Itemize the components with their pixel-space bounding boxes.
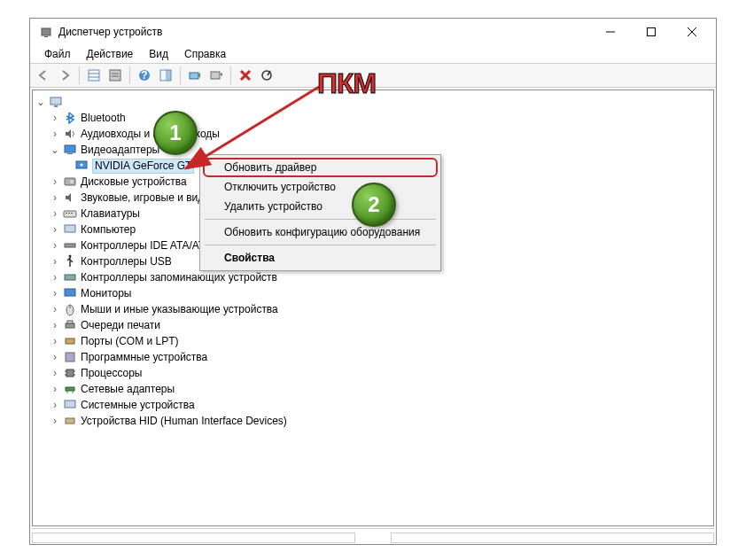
tree-label[interactable]: Bluetooth [81, 112, 126, 124]
show-tree-button[interactable] [84, 66, 104, 85]
svg-text:?: ? [141, 69, 147, 82]
annotation-label-pkm: ПКМ [317, 67, 376, 100]
svg-rect-1 [44, 36, 48, 37]
maximize-button[interactable] [631, 19, 672, 45]
expand-icon[interactable]: › [49, 128, 61, 140]
svg-rect-17 [211, 72, 220, 79]
tree-label[interactable]: Очереди печати [81, 319, 160, 331]
svg-rect-36 [65, 275, 75, 280]
back-button[interactable] [34, 66, 53, 85]
port-icon [63, 334, 77, 348]
separator [205, 245, 436, 245]
svg-rect-15 [166, 70, 171, 81]
expand-icon[interactable]: › [49, 255, 61, 268]
svg-rect-6 [89, 70, 99, 81]
selected-device[interactable]: NVIDIA GeForce GT [92, 159, 194, 174]
expand-icon[interactable]: › [49, 383, 61, 395]
expand-icon[interactable]: › [49, 191, 61, 204]
disable-button[interactable] [257, 66, 276, 85]
expand-icon[interactable]: › [49, 335, 61, 347]
ctx-disable-device[interactable]: Отключить устройство [203, 177, 438, 197]
window-title: Диспетчер устройств [58, 26, 590, 38]
svg-rect-31 [68, 213, 70, 214]
properties-button[interactable] [105, 66, 125, 85]
tree-label[interactable]: Устройства HID (Human Interface Devices) [81, 415, 287, 427]
svg-rect-24 [67, 153, 73, 154]
ctx-update-driver[interactable]: Обновить драйвер [203, 158, 438, 177]
update-driver-button[interactable] [185, 66, 205, 85]
menu-view[interactable]: Вид [142, 46, 175, 62]
ctx-remove-device[interactable]: Удалить устройство [203, 197, 438, 216]
svg-rect-33 [65, 225, 75, 232]
remove-button[interactable] [236, 66, 255, 85]
expand-icon[interactable]: › [49, 207, 61, 220]
printer-icon [63, 318, 77, 332]
context-menu: Обновить драйвер Отключить устройство Уд… [199, 154, 441, 271]
tree-label[interactable]: Контроллеры USB [81, 255, 172, 268]
expand-icon[interactable]: › [49, 415, 61, 427]
usb-icon [63, 254, 77, 268]
titlebar[interactable]: Диспетчер устройств [30, 19, 716, 45]
svg-rect-0 [42, 28, 51, 35]
expand-icon[interactable]: › [49, 399, 61, 411]
forward-button[interactable] [55, 66, 74, 85]
tree-label[interactable]: Порты (COM и LPT) [81, 335, 179, 347]
svg-rect-21 [51, 97, 61, 105]
expand-icon[interactable]: ⌄ [35, 96, 47, 108]
menu-action[interactable]: Действие [80, 46, 141, 62]
svg-rect-34 [65, 244, 75, 247]
monitor-icon [63, 286, 77, 300]
minimize-button[interactable] [590, 19, 631, 45]
svg-rect-30 [66, 213, 67, 214]
software-icon [63, 350, 77, 364]
tree-label[interactable]: Компьютер [81, 223, 136, 236]
expand-icon[interactable]: ⌄ [49, 144, 61, 156]
bluetooth-icon [63, 111, 77, 125]
sound-icon [63, 191, 77, 205]
tree-label[interactable]: Дисковые устройства [81, 175, 187, 188]
tree-label[interactable]: Программные устройства [81, 351, 207, 363]
tree-label[interactable]: Контроллеры запоминающих устройств [81, 271, 277, 284]
ctx-properties[interactable]: Свойства [203, 248, 438, 268]
tree-label[interactable]: Процессоры [81, 367, 143, 379]
expand-icon[interactable]: › [49, 271, 61, 284]
cpu-icon [63, 366, 77, 380]
tree-label[interactable]: Мониторы [81, 287, 131, 299]
separator [205, 219, 436, 220]
tree-label[interactable]: Системные устройства [81, 399, 195, 411]
expand-icon[interactable]: › [49, 287, 61, 299]
tree-label[interactable]: Видеоадаптеры [81, 144, 159, 156]
expand-icon[interactable]: › [49, 112, 61, 124]
keyboard-icon [63, 206, 77, 221]
expand-icon[interactable]: › [49, 367, 61, 379]
svg-point-28 [70, 180, 74, 183]
display-adapter-icon [63, 143, 77, 157]
disk-icon [63, 175, 77, 189]
network-icon [63, 382, 77, 396]
tree-label[interactable]: Аудиовходы и аудиовыходы [81, 128, 220, 140]
tree-label[interactable]: Сетевые адаптеры [81, 383, 175, 395]
close-button[interactable] [672, 19, 712, 45]
expand-icon[interactable]: › [49, 303, 61, 315]
menu-help[interactable]: Справка [177, 46, 233, 62]
expand-icon[interactable]: › [49, 175, 61, 188]
expand-icon[interactable]: › [49, 239, 61, 252]
view-button[interactable] [156, 66, 175, 85]
ctx-scan-hardware[interactable]: Обновить конфигурацию оборудования [203, 222, 438, 242]
svg-rect-22 [54, 105, 58, 107]
expand-icon[interactable]: › [49, 223, 61, 236]
device-tree[interactable]: ⌄ ›Bluetooth ›Аудиовходы и аудиовыходы ⌄… [32, 89, 714, 526]
svg-rect-41 [67, 321, 73, 323]
svg-rect-42 [66, 338, 74, 344]
tree-label[interactable]: Мыши и иные указывающие устройства [81, 303, 278, 315]
help-button[interactable]: ? [135, 66, 154, 85]
svg-rect-52 [65, 401, 75, 408]
expand-icon[interactable]: › [49, 351, 61, 363]
scan-button[interactable] [206, 66, 226, 85]
ide-icon [63, 238, 77, 253]
computer-icon [49, 95, 63, 109]
menu-file[interactable]: Файл [37, 46, 78, 62]
svg-rect-44 [66, 369, 74, 377]
tree-label[interactable]: Клавиатуры [81, 207, 140, 220]
expand-icon[interactable]: › [49, 319, 61, 331]
